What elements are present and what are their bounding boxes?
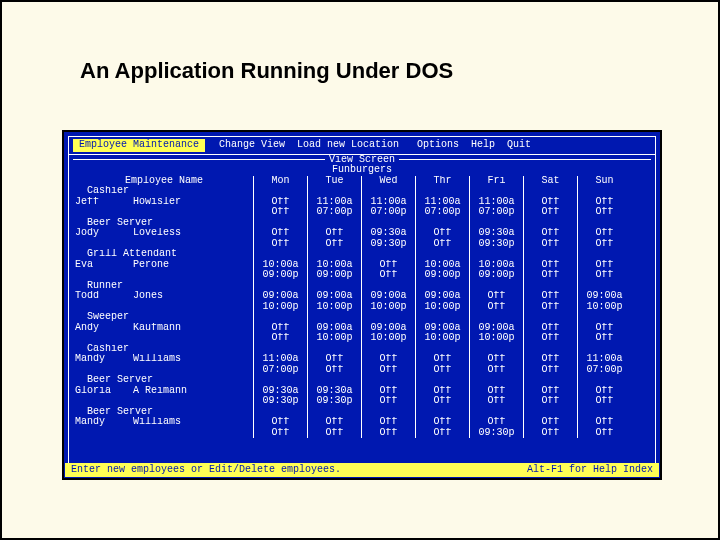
schedule-cell[interactable]: Off bbox=[469, 417, 523, 428]
schedule-cell[interactable]: 09:30p bbox=[253, 396, 307, 407]
schedule-cell[interactable]: Off bbox=[577, 386, 631, 397]
schedule-cell[interactable]: 09:00a bbox=[361, 323, 415, 334]
schedule-cell[interactable]: Off bbox=[307, 365, 361, 376]
schedule-cell[interactable]: 10:00p bbox=[307, 333, 361, 344]
schedule-cell[interactable]: 09:30a bbox=[253, 386, 307, 397]
schedule-cell[interactable]: Off bbox=[523, 354, 577, 365]
schedule-cell[interactable]: 11:00a bbox=[469, 197, 523, 208]
schedule-cell[interactable]: 10:00p bbox=[415, 302, 469, 313]
schedule-cell[interactable]: 07:00p bbox=[253, 365, 307, 376]
schedule-cell[interactable]: 10:00a bbox=[469, 260, 523, 271]
schedule-cell[interactable]: Off bbox=[523, 417, 577, 428]
schedule-cell[interactable]: 10:00p bbox=[469, 333, 523, 344]
schedule-cell[interactable]: Off bbox=[469, 302, 523, 313]
schedule-cell[interactable]: Off bbox=[361, 365, 415, 376]
schedule-cell[interactable]: 10:00p bbox=[577, 302, 631, 313]
schedule-cell[interactable]: Off bbox=[307, 428, 361, 439]
schedule-cell[interactable]: Off bbox=[307, 354, 361, 365]
schedule-cell[interactable]: Off bbox=[523, 365, 577, 376]
schedule-cell[interactable]: 09:30p bbox=[469, 239, 523, 250]
schedule-cell[interactable]: Off bbox=[577, 323, 631, 334]
schedule-cell[interactable]: 09:30p bbox=[361, 239, 415, 250]
schedule-cell[interactable]: Off bbox=[307, 228, 361, 239]
schedule-cell[interactable]: Off bbox=[577, 239, 631, 250]
schedule-cell[interactable]: Off bbox=[577, 228, 631, 239]
schedule-cell[interactable]: Off bbox=[469, 386, 523, 397]
schedule-cell[interactable]: Off bbox=[415, 228, 469, 239]
schedule-cell[interactable]: Off bbox=[523, 302, 577, 313]
schedule-cell[interactable]: Off bbox=[253, 207, 307, 218]
schedule-cell[interactable]: Off bbox=[523, 207, 577, 218]
schedule-cell[interactable]: Off bbox=[523, 228, 577, 239]
schedule-cell[interactable]: 09:30p bbox=[307, 396, 361, 407]
schedule-cell[interactable]: 10:00p bbox=[253, 302, 307, 313]
schedule-cell[interactable]: Off bbox=[577, 417, 631, 428]
schedule-cell[interactable]: 09:00a bbox=[577, 291, 631, 302]
schedule-cell[interactable]: Off bbox=[523, 428, 577, 439]
menu-item-change-view[interactable]: Change View bbox=[213, 139, 291, 152]
schedule-cell[interactable]: 09:00a bbox=[469, 323, 523, 334]
schedule-cell[interactable]: Off bbox=[415, 417, 469, 428]
schedule-cell[interactable]: Off bbox=[523, 197, 577, 208]
menu-item-employee-maintenance[interactable]: Employee Maintenance bbox=[73, 139, 205, 152]
schedule-cell[interactable]: 09:00a bbox=[415, 323, 469, 334]
menu-item-load-new-location[interactable]: Load new Location bbox=[291, 139, 405, 152]
schedule-cell[interactable]: Off bbox=[577, 428, 631, 439]
schedule-cell[interactable]: Off bbox=[253, 197, 307, 208]
schedule-cell[interactable]: 09:00a bbox=[415, 291, 469, 302]
schedule-cell[interactable]: Off bbox=[361, 417, 415, 428]
schedule-cell[interactable]: Off bbox=[523, 333, 577, 344]
schedule-cell[interactable]: Off bbox=[523, 260, 577, 271]
schedule-cell[interactable]: Off bbox=[361, 270, 415, 281]
schedule-cell[interactable]: 09:00p bbox=[253, 270, 307, 281]
schedule-cell[interactable]: Off bbox=[415, 365, 469, 376]
schedule-cell[interactable]: 07:00p bbox=[469, 207, 523, 218]
schedule-cell[interactable]: Off bbox=[415, 386, 469, 397]
schedule-cell[interactable]: Off bbox=[253, 333, 307, 344]
schedule-cell[interactable]: 10:00p bbox=[361, 302, 415, 313]
schedule-cell[interactable]: Off bbox=[361, 386, 415, 397]
schedule-cell[interactable]: Off bbox=[415, 354, 469, 365]
schedule-cell[interactable]: 07:00p bbox=[577, 365, 631, 376]
schedule-cell[interactable]: Off bbox=[577, 396, 631, 407]
schedule-cell[interactable]: 10:00a bbox=[415, 260, 469, 271]
menu-item-help[interactable]: Help bbox=[465, 139, 501, 152]
schedule-cell[interactable]: Off bbox=[523, 396, 577, 407]
schedule-cell[interactable]: Off bbox=[523, 386, 577, 397]
schedule-cell[interactable]: Off bbox=[469, 396, 523, 407]
menu-item-quit[interactable]: Quit bbox=[501, 139, 537, 152]
schedule-cell[interactable]: 10:00p bbox=[361, 333, 415, 344]
schedule-cell[interactable]: 11:00a bbox=[415, 197, 469, 208]
schedule-cell[interactable]: Off bbox=[523, 270, 577, 281]
schedule-cell[interactable]: Off bbox=[469, 365, 523, 376]
schedule-cell[interactable]: Off bbox=[253, 323, 307, 334]
schedule-cell[interactable]: 09:00a bbox=[253, 291, 307, 302]
schedule-cell[interactable]: Off bbox=[415, 239, 469, 250]
schedule-cell[interactable]: 09:30a bbox=[361, 228, 415, 239]
schedule-cell[interactable]: 10:00a bbox=[307, 260, 361, 271]
schedule-cell[interactable]: Off bbox=[577, 260, 631, 271]
schedule-cell[interactable]: Off bbox=[361, 354, 415, 365]
schedule-cell[interactable]: Off bbox=[577, 197, 631, 208]
schedule-cell[interactable]: 09:00a bbox=[307, 291, 361, 302]
schedule-cell[interactable]: Off bbox=[415, 428, 469, 439]
schedule-cell[interactable]: Off bbox=[577, 333, 631, 344]
schedule-cell[interactable]: 07:00p bbox=[415, 207, 469, 218]
schedule-cell[interactable]: Off bbox=[307, 417, 361, 428]
schedule-cell[interactable]: 09:00p bbox=[307, 270, 361, 281]
schedule-cell[interactable]: Off bbox=[523, 239, 577, 250]
schedule-cell[interactable]: 09:30a bbox=[469, 228, 523, 239]
schedule-cell[interactable]: Off bbox=[253, 228, 307, 239]
schedule-cell[interactable]: 09:30a bbox=[307, 386, 361, 397]
schedule-cell[interactable]: 11:00a bbox=[361, 197, 415, 208]
schedule-cell[interactable]: Off bbox=[307, 239, 361, 250]
schedule-cell[interactable]: Off bbox=[523, 323, 577, 334]
schedule-cell[interactable]: Off bbox=[253, 417, 307, 428]
schedule-cell[interactable]: 07:00p bbox=[307, 207, 361, 218]
schedule-cell[interactable]: 10:00p bbox=[307, 302, 361, 313]
schedule-cell[interactable]: 09:30p bbox=[469, 428, 523, 439]
schedule-cell[interactable]: Off bbox=[523, 291, 577, 302]
schedule-cell[interactable]: 10:00p bbox=[415, 333, 469, 344]
schedule-cell[interactable]: 07:00p bbox=[361, 207, 415, 218]
schedule-cell[interactable]: Off bbox=[415, 396, 469, 407]
